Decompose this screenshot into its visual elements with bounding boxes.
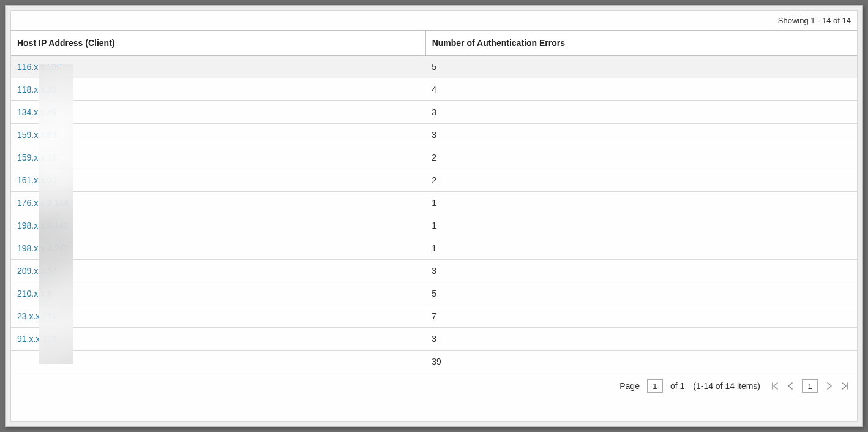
page-of-label: of 1 <box>670 381 684 391</box>
errors-cell: 3 <box>425 101 857 124</box>
errors-cell: 4 <box>425 78 857 101</box>
first-page-icon[interactable] <box>771 382 779 390</box>
ip-link[interactable]: 159.x.x.83 <box>17 130 57 140</box>
ip-link[interactable]: 116.x.x.195 <box>17 62 61 72</box>
pagination-bar: Page of 1 (1-14 of 14 items) 1 <box>11 373 857 399</box>
ip-link[interactable]: 118.x.x.33 <box>17 85 57 94</box>
page-jump-display[interactable]: 1 <box>802 379 818 393</box>
ip-cell: 118.x.x.33 <box>11 78 425 101</box>
ip-cell: 91.x.x.170 <box>11 328 425 351</box>
ip-link[interactable]: 209.x.x.37 <box>17 266 57 276</box>
page-range-label: (1-14 of 14 items) <box>693 381 760 391</box>
ip-link[interactable]: 198.x.x.4.142 <box>17 221 69 230</box>
column-header-errors[interactable]: Number of Authentication Errors <box>425 31 857 56</box>
prev-page-icon[interactable] <box>787 382 793 390</box>
ip-link[interactable]: 23.x.x.156 <box>17 311 57 321</box>
errors-cell: 1 <box>425 214 857 237</box>
pagination-controls: 1 <box>771 379 848 393</box>
errors-cell: 1 <box>425 192 857 214</box>
ip-cell: 159.x.x.83 <box>11 124 425 146</box>
ip-link[interactable]: 161.x.x.03 <box>17 175 57 185</box>
column-header-ip[interactable]: Host IP Address (Client) <box>11 31 425 56</box>
ip-link[interactable]: 159.x.x.16 <box>17 153 57 162</box>
next-page-icon[interactable] <box>826 382 832 390</box>
table-row: 134.x.x.493 <box>11 101 857 124</box>
table-row: 209.x.x.373 <box>11 260 857 282</box>
ip-cell: 161.x.x.03 <box>11 169 425 192</box>
ip-link[interactable]: 176.x.x.3.164 <box>17 198 69 208</box>
total-errors-cell: 39 <box>425 351 857 373</box>
errors-cell: 3 <box>425 328 857 351</box>
errors-cell: 5 <box>425 56 857 78</box>
errors-cell: 1 <box>425 237 857 260</box>
ip-cell: 23.x.x.156 <box>11 305 425 328</box>
ip-link[interactable]: 198.x.x.4.242 <box>17 243 69 253</box>
results-table-wrap: Host IP Address (Client) Number of Authe… <box>11 30 857 373</box>
table-row: 91.x.x.1703 <box>11 328 857 351</box>
ip-link[interactable]: 134.x.x.49 <box>17 107 57 117</box>
errors-cell: 3 <box>425 124 857 146</box>
errors-cell: 7 <box>425 305 857 328</box>
table-total-row: 39 <box>11 351 857 373</box>
ip-cell: 198.x.x.4.142 <box>11 214 425 237</box>
errors-cell: 5 <box>425 282 857 305</box>
ip-link[interactable]: 210.x.x.6 <box>17 289 52 298</box>
page-label: Page <box>619 381 640 391</box>
table-row: 159.x.x.833 <box>11 124 857 146</box>
last-page-icon[interactable] <box>841 382 848 390</box>
page-number-input[interactable] <box>647 379 663 393</box>
table-row: 116.x.x.1955 <box>11 56 857 78</box>
table-row: 198.x.x.4.2421 <box>11 237 857 260</box>
ip-cell: 209.x.x.37 <box>11 260 425 282</box>
ip-cell: 210.x.x.6 <box>11 282 425 305</box>
table-row: 23.x.x.1567 <box>11 305 857 328</box>
errors-cell: 3 <box>425 260 857 282</box>
ip-cell: 159.x.x.16 <box>11 146 425 169</box>
ip-cell: 134.x.x.49 <box>11 101 425 124</box>
ip-cell: 176.x.x.3.164 <box>11 192 425 214</box>
table-row: 161.x.x.032 <box>11 169 857 192</box>
results-table: Host IP Address (Client) Number of Authe… <box>11 30 857 373</box>
table-row: 118.x.x.334 <box>11 78 857 101</box>
results-panel: Showing 1 - 14 of 14 Host IP Address (Cl… <box>10 10 858 422</box>
ip-cell: 198.x.x.4.242 <box>11 237 425 260</box>
errors-cell: 2 <box>425 146 857 169</box>
errors-cell: 2 <box>425 169 857 192</box>
ip-cell: 116.x.x.195 <box>11 56 425 78</box>
table-row: 159.x.x.162 <box>11 146 857 169</box>
table-row: 176.x.x.3.1641 <box>11 192 857 214</box>
results-summary: Showing 1 - 14 of 14 <box>11 11 857 30</box>
table-row: 198.x.x.4.1421 <box>11 214 857 237</box>
total-empty-cell <box>11 351 425 373</box>
ip-link[interactable]: 91.x.x.170 <box>17 334 57 344</box>
panel-frame: Showing 1 - 14 of 14 Host IP Address (Cl… <box>5 5 863 427</box>
table-row: 210.x.x.65 <box>11 282 857 305</box>
